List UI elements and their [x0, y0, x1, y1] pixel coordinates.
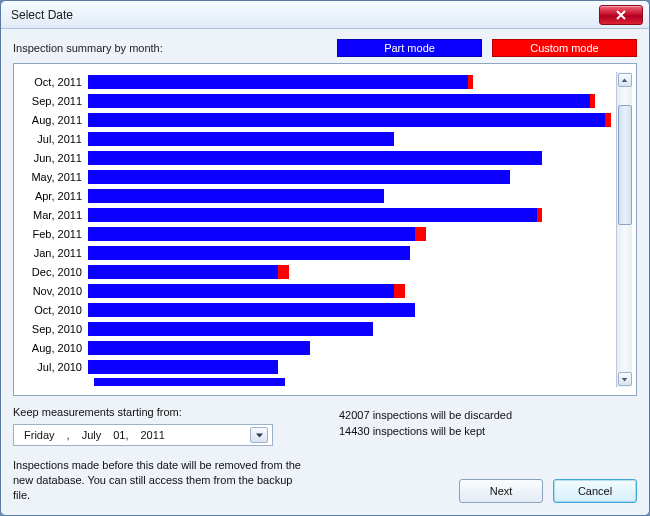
chart-bar-part [88, 265, 278, 279]
chart-body: Oct, 2011Sep, 2011Aug, 2011Jul, 2011Jun,… [18, 72, 616, 387]
chart-bar-track [88, 341, 616, 355]
chart-bar-label: Feb, 2011 [18, 228, 88, 240]
chart-bar-custom [278, 265, 289, 279]
cancel-button[interactable]: Cancel [553, 479, 637, 503]
chart-scrollbar[interactable] [616, 72, 632, 387]
chart-bar-label: Sep, 2011 [18, 95, 88, 107]
chart-container: Oct, 2011Sep, 2011Aug, 2011Jul, 2011Jun,… [13, 63, 637, 396]
status-discarded: 42007 inspections will be discarded [339, 408, 637, 423]
chart-bar-custom [415, 227, 426, 241]
chevron-down-icon [621, 376, 628, 383]
date-picker-dropdown-button[interactable] [250, 427, 268, 443]
chart-bar-track [88, 75, 616, 89]
chart-bar-label: Jul, 2010 [18, 361, 88, 373]
chart-bar-row: Jul, 2011 [18, 129, 616, 148]
chart-bar-row: Feb, 2011 [18, 224, 616, 243]
chart-bar-row: Jan, 2011 [18, 243, 616, 262]
custom-mode-button[interactable]: Custom mode [492, 39, 637, 57]
keep-from-label: Keep measurements starting from: [13, 406, 311, 418]
chart-bar-label: Jan, 2011 [18, 247, 88, 259]
chart-bar-part [88, 208, 537, 222]
chart-bar-custom [394, 284, 405, 298]
chart-bar-label: Nov, 2010 [18, 285, 88, 297]
part-mode-button[interactable]: Part mode [337, 39, 482, 57]
chart-bar-row: Oct, 2010 [18, 300, 616, 319]
chart-bar-part [88, 132, 394, 146]
chart-bar-row: Aug, 2010 [18, 338, 616, 357]
chart-bar-part [88, 322, 373, 336]
chart-bar-row: Dec, 2010 [18, 262, 616, 281]
chart-bar-label: Dec, 2010 [18, 266, 88, 278]
chart-bar-custom [590, 94, 595, 108]
chevron-down-icon [256, 433, 263, 438]
summary-label: Inspection summary by month: [13, 42, 327, 54]
close-icon [616, 10, 626, 20]
chart-bar-track [88, 208, 616, 222]
chart-bar-part [88, 303, 415, 317]
date-sep: , [67, 429, 70, 441]
chart-bar-part [88, 151, 542, 165]
chart-bar-track [88, 265, 616, 279]
chart-bar-track [88, 113, 616, 127]
window-title: Select Date [11, 8, 599, 22]
chart-bar-part [88, 94, 590, 108]
chart-bar-part [88, 170, 510, 184]
chart-bar-part [88, 113, 605, 127]
scroll-track[interactable] [618, 87, 632, 372]
date-month: July [82, 429, 102, 441]
chart-bar-part [88, 189, 384, 203]
chart-bar-part [88, 284, 394, 298]
chart-bar-track [88, 360, 616, 374]
date-picker[interactable]: Friday , July 01, 2011 [13, 424, 273, 446]
chart-bar-row: Oct, 2011 [18, 72, 616, 91]
chart-bar-part [88, 227, 415, 241]
chart-bar-track [88, 170, 616, 184]
chart-bar-row: Jul, 2010 [18, 357, 616, 376]
chart-bar-track [88, 227, 616, 241]
chart-bar-track [88, 189, 616, 203]
chart-bar-custom [605, 113, 610, 127]
date-day: 01, [113, 429, 128, 441]
scroll-down-button[interactable] [618, 372, 632, 386]
scroll-up-button[interactable] [618, 73, 632, 87]
dialog-window: Select Date Inspection summary by month:… [0, 0, 650, 516]
chart-bar-label: Mar, 2011 [18, 209, 88, 221]
close-button[interactable] [599, 5, 643, 25]
status-text: 42007 inspections will be discarded 1443… [339, 406, 637, 446]
chart-bar-custom [468, 75, 473, 89]
chevron-up-icon [621, 77, 628, 84]
date-weekday: Friday [24, 429, 55, 441]
chart-bar-part [88, 75, 468, 89]
chart-bar-track [88, 132, 616, 146]
chart-bar-partial [94, 378, 285, 386]
dialog-content: Inspection summary by month: Part mode C… [1, 29, 649, 515]
chart-bar-row: Sep, 2011 [18, 91, 616, 110]
chart-bar-label: Aug, 2010 [18, 342, 88, 354]
scroll-thumb[interactable] [618, 105, 632, 225]
date-year: 2011 [140, 429, 164, 441]
chart-bar-label: Oct, 2010 [18, 304, 88, 316]
chart-bar-label: Oct, 2011 [18, 76, 88, 88]
chart-bar-part [88, 360, 278, 374]
chart-bar-part [88, 341, 310, 355]
chart-bar-part [88, 246, 410, 260]
chart-bar-label: Apr, 2011 [18, 190, 88, 202]
bottom-panel: Keep measurements starting from: Friday … [13, 396, 637, 503]
chart-bar-label: May, 2011 [18, 171, 88, 183]
chart-bar-row: Sep, 2010 [18, 319, 616, 338]
chart-bar-track [88, 284, 616, 298]
chart-bar-row: Nov, 2010 [18, 281, 616, 300]
titlebar: Select Date [1, 1, 649, 29]
chart-bar-row: May, 2011 [18, 167, 616, 186]
mode-row: Inspection summary by month: Part mode C… [13, 39, 637, 57]
next-button[interactable]: Next [459, 479, 543, 503]
chart-bar-row: Apr, 2011 [18, 186, 616, 205]
chart-bar-label: Jul, 2011 [18, 133, 88, 145]
info-text: Inspections made before this date will b… [13, 452, 311, 503]
chart-bar-track [88, 322, 616, 336]
chart-bar-track [88, 94, 616, 108]
chart-bar-track [88, 246, 616, 260]
chart-bar-row: Mar, 2011 [18, 205, 616, 224]
status-kept: 14430 inspections will be kept [339, 424, 637, 439]
chart-bar-label: Jun, 2011 [18, 152, 88, 164]
